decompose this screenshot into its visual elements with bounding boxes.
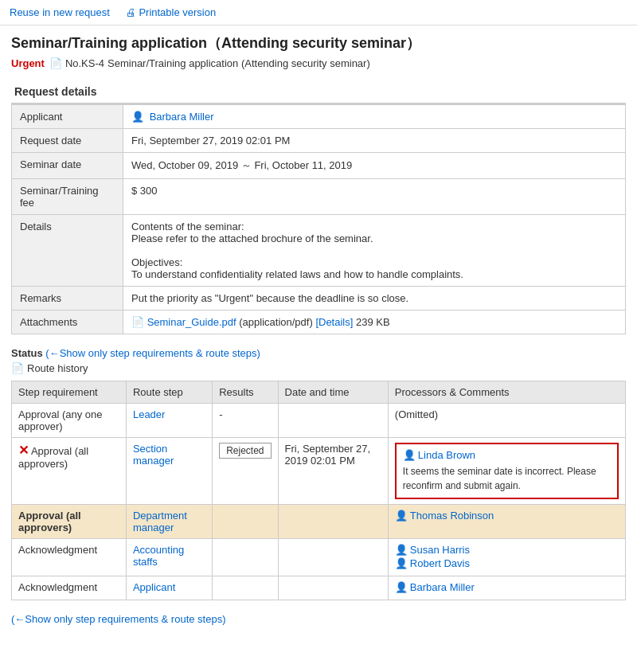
print-icon: 🖨	[126, 6, 136, 18]
table-row: Attachments 📄 Seminar_Guide.pdf (applica…	[12, 311, 626, 334]
cell-route: Leader	[126, 404, 212, 438]
processor-user-icon: 👤	[395, 544, 408, 556]
processor-name: 👤 Susan Harris	[395, 544, 619, 556]
table-row: Acknowledgment Accounting staffs 👤 Susan…	[12, 539, 626, 576]
value-remarks: Put the priority as "Urgent" because the…	[123, 287, 626, 311]
cell-results	[213, 505, 278, 539]
doc-icon: 📄	[49, 57, 62, 69]
processor-name: 👤 Robert Davis	[395, 557, 619, 569]
urgent-badge: Urgent	[11, 57, 45, 69]
cell-datetime	[278, 576, 388, 600]
cell-results: Rejected	[213, 438, 278, 505]
processor-comment: It seems the seminar date is incorrect. …	[403, 464, 611, 493]
cell-processors: 👤 Linda Brown It seems the seminar date …	[388, 438, 625, 505]
attachment-doc-icon: 📄	[131, 316, 144, 328]
footer-show-link[interactable]: (←Show only step requirements & route st…	[11, 613, 226, 625]
col-step-requirement: Step requirement	[12, 381, 127, 404]
processor-user-icon: 👤	[403, 449, 416, 461]
reuse-link[interactable]: Reuse in new request	[10, 6, 110, 18]
processor-link[interactable]: Barbara Miller	[410, 581, 475, 593]
value-attachments: 📄 Seminar_Guide.pdf (application/pdf) [D…	[123, 311, 626, 334]
processor-link[interactable]: Susan Harris	[410, 544, 470, 556]
request-details-table: Applicant 👤 Barbara Miller Request date …	[11, 104, 626, 334]
route-link[interactable]: Applicant	[133, 581, 175, 593]
cell-processors: 👤 Thomas Robinson	[388, 505, 625, 539]
cell-datetime	[278, 539, 388, 576]
processor-link[interactable]: Linda Brown	[418, 449, 475, 461]
breadcrumb: Urgent 📄 No.KS-4 Seminar/Training applic…	[11, 57, 626, 69]
print-link[interactable]: 🖨 Printable version	[126, 6, 216, 18]
table-row: Seminar date Wed, October 09, 2019 ～ Fri…	[12, 153, 626, 179]
cell-datetime	[278, 404, 388, 438]
value-request-date: Fri, September 27, 2019 02:01 PM	[123, 129, 626, 153]
processor-link[interactable]: Thomas Robinson	[410, 510, 494, 522]
footer-link-container: (←Show only step requirements & route st…	[11, 608, 626, 625]
route-table-header-row: Step requirement Route step Results Date…	[12, 381, 626, 404]
applicant-link[interactable]: Barbara Miller	[150, 111, 214, 123]
breadcrumb-text: Seminar/Training application (Attending …	[107, 57, 370, 69]
label-request-date: Request date	[12, 129, 123, 153]
main-content: Seminar/Training application（Attending s…	[0, 25, 637, 633]
label-applicant: Applicant	[12, 105, 123, 129]
col-processors: Processors & Comments	[388, 381, 625, 404]
cell-step: Acknowledgment	[12, 576, 127, 600]
show-only-link[interactable]: (←Show only step requirements & route st…	[45, 347, 260, 359]
processor-user-icon: 👤	[395, 581, 408, 593]
table-row: Approval (any one approver) Leader - (Om…	[12, 404, 626, 438]
status-label: Status	[11, 347, 43, 359]
table-row: Remarks Put the priority as "Urgent" bec…	[12, 287, 626, 311]
route-link[interactable]: Leader	[133, 408, 165, 420]
attachment-meta: (application/pdf)	[239, 316, 315, 328]
processor-name: 👤 Thomas Robinson	[395, 510, 619, 522]
table-row: ✕ Approval (all approvers) Section manag…	[12, 438, 626, 505]
processor-name: 👤 Linda Brown	[403, 449, 611, 461]
table-row: Request date Fri, September 27, 2019 02:…	[12, 129, 626, 153]
attachment-size: 239 KB	[356, 316, 390, 328]
cell-step: ✕ Approval (all approvers)	[12, 438, 127, 505]
route-link[interactable]: Section manager	[133, 443, 174, 467]
route-history-text: Route history	[27, 362, 88, 374]
cell-results: -	[213, 404, 278, 438]
value-details: Contents of the seminar: Please refer to…	[123, 215, 626, 287]
processor-user-icon: 👤	[395, 510, 408, 522]
omitted-text: (Omitted)	[395, 408, 438, 420]
label-attachments: Attachments	[12, 311, 123, 334]
route-link[interactable]: Department manager	[133, 510, 187, 533]
table-row: Details Contents of the seminar: Please …	[12, 215, 626, 287]
cell-route: Section manager	[126, 438, 212, 505]
label-remarks: Remarks	[12, 287, 123, 311]
col-results: Results	[213, 381, 278, 404]
cell-results	[213, 576, 278, 600]
cell-route: Department manager	[126, 505, 212, 539]
cell-processors: 👤 Barbara Miller	[388, 576, 625, 600]
breadcrumb-doc: No.KS-4	[65, 57, 104, 69]
cell-route: Applicant	[126, 576, 212, 600]
attachment-link[interactable]: Seminar_Guide.pdf	[147, 316, 236, 328]
route-history-icon: 📄	[11, 362, 24, 374]
top-bar: Reuse in new request 🖨 Printable version	[0, 0, 637, 25]
table-row: Approval (all approvers) Department mana…	[12, 505, 626, 539]
rejected-badge: Rejected	[219, 443, 271, 459]
label-fee: Seminar/Training fee	[12, 179, 123, 215]
attachment-details-link[interactable]: [Details]	[315, 316, 353, 328]
processor-name: 👤 Barbara Miller	[395, 581, 619, 593]
page-title: Seminar/Training application（Attending s…	[11, 33, 626, 53]
x-mark-icon: ✕	[18, 443, 29, 457]
user-icon-applicant: 👤	[131, 111, 144, 123]
route-link[interactable]: Accounting staffs	[133, 544, 184, 568]
cell-step: Acknowledgment	[12, 539, 127, 576]
processor-comment-box: 👤 Linda Brown It seems the seminar date …	[395, 443, 619, 499]
status-section: Status (←Show only step requirements & r…	[11, 347, 626, 374]
value-seminar-date: Wed, October 09, 2019 ～ Fri, October 11,…	[123, 153, 626, 179]
table-row: Acknowledgment Applicant 👤 Barbara Mille…	[12, 576, 626, 600]
cell-processors: 👤 Susan Harris 👤 Robert Davis	[388, 539, 625, 576]
route-table: Step requirement Route step Results Date…	[11, 381, 626, 600]
label-seminar-date: Seminar date	[12, 153, 123, 179]
route-history-label: 📄 Route history	[11, 362, 626, 374]
cell-route: Accounting staffs	[126, 539, 212, 576]
processor-link[interactable]: Robert Davis	[410, 557, 470, 569]
value-fee: $ 300	[123, 179, 626, 215]
table-row: Applicant 👤 Barbara Miller	[12, 105, 626, 129]
table-row: Seminar/Training fee $ 300	[12, 179, 626, 215]
value-applicant: 👤 Barbara Miller	[123, 105, 626, 129]
